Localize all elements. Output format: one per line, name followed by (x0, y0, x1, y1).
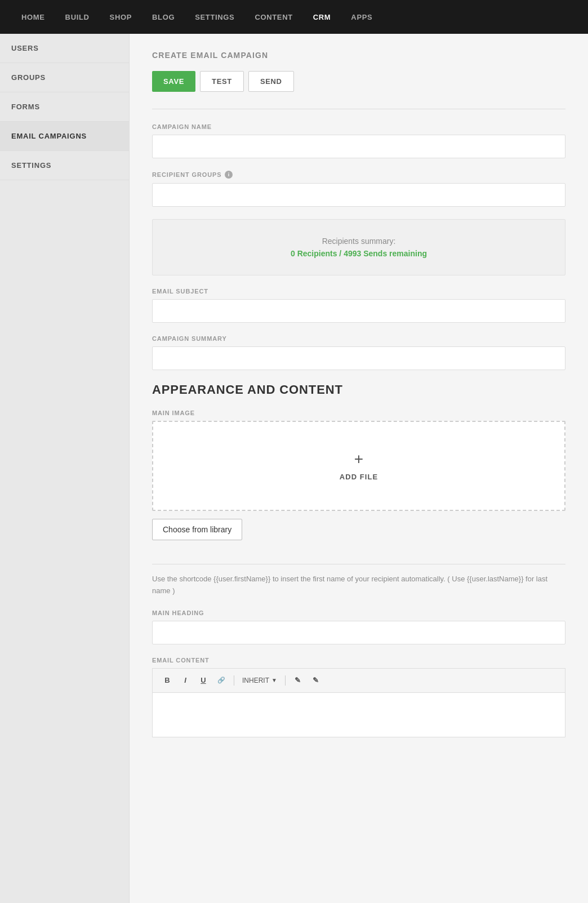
save-button[interactable]: SAVE (152, 71, 195, 92)
shortcode-info: Use the shortcode {{user.firstName}} to … (152, 573, 565, 597)
sidebar-item-forms[interactable]: FORMS (0, 92, 129, 122)
bold-button[interactable]: B (159, 673, 175, 688)
recipient-groups-field: RECIPIENT GROUPS i (152, 171, 565, 207)
email-content-label: EMAIL CONTENT (152, 657, 565, 664)
choose-from-library-button[interactable]: Choose from library (152, 519, 242, 540)
page-title: CREATE EMAIL CAMPAIGN (152, 51, 565, 60)
pencil-1-button[interactable]: ✎ (290, 673, 306, 688)
sidebar-item-email-campaigns[interactable]: EMAIL CAMPAIGNS (0, 122, 129, 151)
sidebar-item-groups[interactable]: GROUPS (0, 63, 129, 92)
main-heading-input[interactable] (152, 621, 565, 644)
toolbar-separator (234, 675, 234, 686)
campaign-summary-input[interactable] (152, 346, 565, 370)
font-family-dropdown[interactable]: INHERIT ▼ (239, 674, 280, 687)
email-subject-field: EMAIL SUBJECT (152, 288, 565, 323)
sidebar-item-users[interactable]: USERS (0, 34, 129, 63)
campaign-summary-label: CAMPAIGN SUMMARY (152, 335, 565, 342)
email-content-field: EMAIL CONTENT B I U 🔗 INHERIT ▼ ✎ ✎ (152, 657, 565, 737)
form-divider (152, 109, 565, 109)
main-content: CREATE EMAIL CAMPAIGN SAVE TEST SEND CAM… (130, 34, 588, 903)
main-heading-label: MAIN HEADING (152, 610, 565, 616)
toolbar-separator-2 (285, 675, 286, 686)
sidebar: USERS GROUPS FORMS EMAIL CAMPAIGNS SETTI… (0, 34, 130, 903)
pencil-2-button[interactable]: ✎ (308, 673, 324, 688)
main-image-field: MAIN IMAGE + ADD FILE Choose from librar… (152, 410, 565, 551)
campaign-name-input[interactable] (152, 135, 565, 158)
top-navigation: HOME BUILD SHOP BLOG SETTINGS CONTENT CR… (0, 0, 588, 34)
campaign-name-field: CAMPAIGN NAME (152, 123, 565, 158)
recipients-summary-value: 0 Recipients / 4993 Sends remaining (164, 249, 554, 258)
content-divider (152, 564, 565, 564)
nav-content[interactable]: CONTENT (244, 0, 302, 34)
nav-home[interactable]: HOME (11, 0, 55, 34)
recipient-groups-input[interactable] (152, 183, 565, 207)
action-buttons: SAVE TEST SEND (152, 71, 565, 92)
nav-build[interactable]: BUILD (55, 0, 100, 34)
upload-area[interactable]: + ADD FILE (152, 421, 565, 511)
main-layout: USERS GROUPS FORMS EMAIL CAMPAIGNS SETTI… (0, 34, 588, 903)
recipient-groups-info-icon[interactable]: i (225, 171, 233, 179)
email-subject-label: EMAIL SUBJECT (152, 288, 565, 295)
editor-toolbar: B I U 🔗 INHERIT ▼ ✎ ✎ (152, 668, 565, 692)
nav-apps[interactable]: APPS (341, 0, 382, 34)
email-content-editor[interactable] (152, 692, 565, 737)
main-image-label: MAIN IMAGE (152, 410, 565, 416)
italic-button[interactable]: I (177, 673, 193, 688)
nav-settings[interactable]: SETTINGS (185, 0, 244, 34)
campaign-name-label: CAMPAIGN NAME (152, 123, 565, 130)
email-subject-input[interactable] (152, 299, 565, 323)
sidebar-item-settings[interactable]: SETTINGS (0, 151, 129, 180)
nav-blog[interactable]: BLOG (142, 0, 185, 34)
nav-crm[interactable]: CRM (303, 0, 341, 34)
recipient-groups-label: RECIPIENT GROUPS i (152, 171, 565, 179)
link-button[interactable]: 🔗 (213, 673, 229, 688)
nav-shop[interactable]: SHOP (100, 0, 142, 34)
campaign-summary-field: CAMPAIGN SUMMARY (152, 335, 565, 370)
add-file-label: ADD FILE (340, 473, 378, 481)
recipients-summary: Recipients summary: 0 Recipients / 4993 … (152, 219, 565, 275)
font-family-label: INHERIT (242, 677, 269, 684)
plus-icon: + (164, 450, 553, 468)
underline-button[interactable]: U (195, 673, 211, 688)
recipients-summary-label: Recipients summary: (164, 237, 554, 246)
test-button[interactable]: TEST (200, 71, 244, 92)
main-heading-field: MAIN HEADING (152, 610, 565, 644)
dropdown-chevron-icon: ▼ (271, 677, 277, 683)
send-button[interactable]: SEND (248, 71, 294, 92)
appearance-section-heading: APPEARANCE AND CONTENT (152, 382, 565, 397)
